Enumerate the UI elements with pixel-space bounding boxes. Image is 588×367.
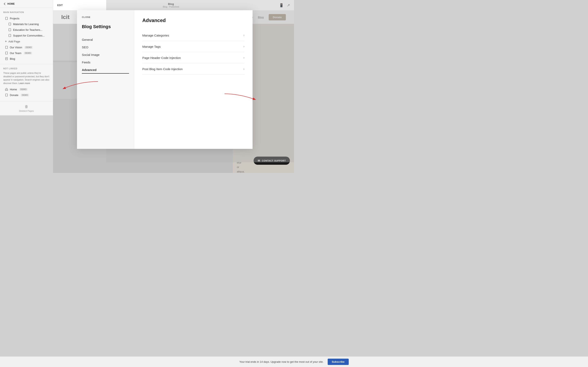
plus-icon: + <box>5 40 7 43</box>
main-nav-label: MAIN NAVIGATION <box>3 11 50 13</box>
deleted-pages-button[interactable]: 🗑 Deleted Pages <box>3 105 50 112</box>
modal-section-title: Advanced <box>142 17 244 23</box>
nav-label: Materials for Learning <box>13 23 39 26</box>
manage-tags-label: Manage Tags <box>142 45 161 48</box>
chevron-right-icon: › <box>243 56 244 59</box>
home-label: HOME <box>7 2 15 5</box>
demo-badge: DEMO <box>24 52 32 54</box>
sidebar-item-projects[interactable]: Projects <box>3 16 50 21</box>
demo-badge: DEMO <box>19 88 27 91</box>
svg-rect-6 <box>6 58 8 60</box>
not-linked-section: NOT LINKED These pages are public unless… <box>0 64 53 101</box>
sidebar-item-education[interactable]: Education for Teachers... <box>3 27 50 33</box>
modal-nav-seo[interactable]: SEO <box>82 43 129 51</box>
sidebar: HOME MAIN NAVIGATION Projects Materials … <box>0 0 53 115</box>
not-linked-desc: These pages are public unless they're di… <box>3 71 50 85</box>
add-page-button[interactable]: + Add Page <box>3 38 50 44</box>
learn-more-link[interactable]: Learn more <box>18 82 30 84</box>
modal-title: Blog Settings <box>82 24 129 29</box>
modal-left-panel: CLOSE Blog Settings General SEO Social I… <box>77 10 134 149</box>
nav-label: Education for Teachers... <box>13 28 43 31</box>
modal-nav-advanced[interactable]: Advanced <box>82 66 129 74</box>
deleted-pages-label: Deleted Pages <box>19 110 34 112</box>
svg-rect-4 <box>6 46 8 49</box>
blog-settings-modal: CLOSE Blog Settings General SEO Social I… <box>77 10 252 149</box>
svg-rect-1 <box>9 23 11 25</box>
post-blog-injection-row[interactable]: Post Blog Item Code Injection › <box>142 63 244 75</box>
chevron-right-icon: › <box>243 33 244 37</box>
manage-categories-row[interactable]: Manage Categories › <box>142 30 244 41</box>
preview-text-line3: aliqua. <box>237 170 245 173</box>
page-icon <box>8 34 11 37</box>
modal-nav-feeds[interactable]: Feeds <box>82 58 129 66</box>
nav-label: Donate <box>10 94 18 97</box>
post-blog-injection-label: Post Blog Item Code Injection <box>142 67 183 71</box>
page-header-injection-row[interactable]: Page Header Code Injection › <box>142 52 244 63</box>
sidebar-item-our-vision[interactable]: Our Vision DEMO <box>3 44 50 50</box>
sidebar-item-materials[interactable]: Materials for Learning <box>3 21 50 27</box>
manage-categories-label: Manage Categories <box>142 34 169 37</box>
page-icon <box>8 28 11 31</box>
modal-right-panel: Advanced Manage Categories › Manage Tags… <box>134 10 252 149</box>
nav-label: Support for Communities... <box>13 34 45 37</box>
chevron-right-icon: › <box>243 45 244 48</box>
chevron-right-icon: › <box>243 67 244 71</box>
sidebar-item-our-team[interactable]: Our Team DEMO <box>3 50 50 56</box>
page-icon <box>5 17 8 20</box>
home-page-icon <box>5 88 8 91</box>
modal-close-button[interactable]: CLOSE <box>82 16 129 18</box>
modal-nav-social-image[interactable]: Social Image <box>82 51 129 58</box>
page-icon <box>5 93 8 97</box>
nav-label: Blog <box>10 57 15 60</box>
svg-rect-2 <box>9 29 11 31</box>
page-icon <box>8 22 11 26</box>
sidebar-item-home[interactable]: Home DEMO <box>3 86 50 92</box>
main-nav-section: MAIN NAVIGATION Projects Materials for L… <box>0 8 53 63</box>
nav-label: Our Team <box>10 52 21 55</box>
page-icon <box>5 51 8 55</box>
manage-tags-row[interactable]: Manage Tags › <box>142 41 244 52</box>
blog-icon <box>5 57 8 60</box>
demo-badge: DEMO <box>25 46 33 49</box>
add-page-label: Add Page <box>8 40 20 43</box>
sidebar-item-donate[interactable]: Donate DEMO <box>3 92 50 98</box>
home-link[interactable]: HOME <box>3 2 15 5</box>
sidebar-item-support[interactable]: Support for Communities... <box>3 33 50 38</box>
page-icon <box>5 46 8 49</box>
modal-nav-general[interactable]: General <box>82 36 129 43</box>
nav-label: Projects <box>10 17 19 20</box>
sidebar-top: HOME <box>0 0 53 8</box>
edit-label: EDIT <box>57 4 63 7</box>
trash-icon: 🗑 <box>25 105 28 109</box>
nav-label: Our Vision <box>10 46 22 49</box>
editor-area: EDIT Blog Blog · Published 📱 ↗ Icit Proj… <box>53 0 294 173</box>
sidebar-item-blog[interactable]: Blog <box>3 56 50 62</box>
not-linked-label: NOT LINKED <box>3 67 50 70</box>
page-header-injection-label: Page Header Code Injection <box>142 56 181 59</box>
svg-rect-3 <box>9 34 11 37</box>
svg-rect-5 <box>6 52 8 54</box>
svg-rect-9 <box>6 94 8 96</box>
site-logo: Icit <box>61 14 69 20</box>
svg-rect-0 <box>6 17 8 20</box>
preview-text-line2: or <box>237 166 239 169</box>
nav-label: Home <box>10 88 17 91</box>
back-icon <box>3 2 6 5</box>
sidebar-bottom: 🗑 Deleted Pages <box>0 101 53 115</box>
demo-badge: DEMO <box>21 94 29 96</box>
